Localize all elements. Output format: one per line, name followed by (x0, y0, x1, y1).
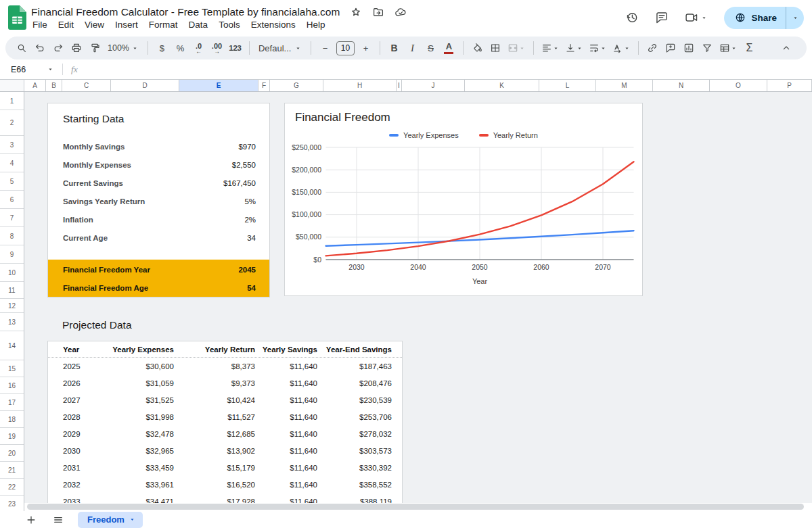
row-header-12[interactable]: 12 (0, 299, 24, 313)
create-filter-icon[interactable] (699, 39, 716, 57)
column-header-D[interactable]: D (111, 80, 179, 91)
table-tools-button[interactable] (717, 39, 740, 57)
all-sheets-menu-icon[interactable] (52, 514, 64, 526)
row-header-4[interactable]: 4 (0, 154, 24, 172)
starting-data-row[interactable]: Savings Yearly Return5% (48, 192, 269, 210)
share-button[interactable]: Share (724, 7, 804, 29)
row-header-2[interactable]: 2 (0, 110, 24, 136)
highlight-row[interactable]: Financial Freedom Year2045 (48, 260, 269, 279)
search-icon[interactable] (13, 39, 30, 57)
starting-data-row[interactable]: Monthly Savings$970 (48, 137, 269, 155)
column-header-P[interactable]: P (767, 80, 812, 91)
cloud-saved-status-icon[interactable] (394, 6, 407, 18)
name-box[interactable]: E66 (8, 64, 57, 76)
horizontal-scrollbar-thumb[interactable] (27, 504, 804, 510)
starting-data-panel[interactable]: Starting Data Monthly Savings$970Monthly… (47, 103, 270, 297)
join-call-button[interactable] (685, 11, 708, 24)
row-header-17[interactable]: 17 (0, 394, 24, 411)
increase-font-size-button[interactable]: + (357, 39, 374, 57)
row-header-1[interactable]: 1 (0, 92, 24, 110)
decrease-font-size-button[interactable]: − (317, 39, 334, 57)
column-header-M[interactable]: M (596, 80, 653, 91)
merge-cells-button[interactable] (505, 39, 528, 57)
paint-format-icon[interactable] (86, 39, 103, 57)
print-icon[interactable] (68, 39, 85, 57)
table-row[interactable]: 2033$34,471$17,928$11,640$388,119 (48, 493, 402, 503)
more-formats-button[interactable]: 123 (227, 39, 244, 57)
move-to-folder-icon[interactable] (372, 6, 384, 18)
undo-icon[interactable] (31, 39, 48, 57)
table-row[interactable]: 2032$33,961$16,520$11,640$358,552 (48, 476, 402, 493)
column-header-F[interactable]: F (258, 80, 270, 91)
row-header-11[interactable]: 11 (0, 282, 24, 299)
menu-tools[interactable]: Tools (213, 18, 246, 31)
strikethrough-button[interactable]: S (422, 39, 439, 57)
column-header-C[interactable]: C (62, 80, 111, 91)
row-header-14[interactable]: 14 (0, 331, 24, 360)
row-header-20[interactable]: 20 (0, 445, 24, 462)
text-wrapping-button[interactable] (587, 39, 609, 57)
row-header-5[interactable]: 5 (0, 172, 24, 191)
font-size-input[interactable]: 10 (336, 41, 355, 55)
row-header-16[interactable]: 16 (0, 377, 24, 394)
menu-help[interactable]: Help (301, 18, 331, 31)
menu-file[interactable]: File (27, 18, 53, 31)
column-header-N[interactable]: N (653, 80, 710, 91)
column-header-O[interactable]: O (710, 80, 767, 91)
borders-icon[interactable] (487, 39, 504, 57)
insert-comment-icon[interactable] (662, 39, 679, 57)
zoom-select[interactable]: 100% (104, 39, 142, 57)
redo-icon[interactable] (49, 39, 66, 57)
table-row[interactable]: 2025$30,600$8,373$11,640$187,463 (48, 358, 402, 375)
menu-insert[interactable]: Insert (110, 18, 143, 31)
column-header-L[interactable]: L (539, 80, 596, 91)
row-header-9[interactable]: 9 (0, 245, 24, 264)
row-header-10[interactable]: 10 (0, 264, 24, 282)
comments-icon[interactable] (655, 11, 669, 24)
format-currency-button[interactable]: $ (154, 39, 171, 57)
horizontal-align-button[interactable] (539, 39, 562, 57)
financial-freedom-chart[interactable]: Financial Freedom Yearly ExpensesYearly … (284, 103, 643, 296)
row-header-6[interactable]: 6 (0, 191, 24, 209)
row-header-7[interactable]: 7 (0, 209, 24, 227)
collapse-menus-icon[interactable] (777, 39, 794, 57)
row-header-21[interactable]: 21 (0, 462, 24, 479)
bold-button[interactable]: B (386, 39, 403, 57)
table-row[interactable]: 2028$31,998$11,527$11,640$253,706 (48, 408, 402, 425)
starting-data-title[interactable]: Starting Data (63, 113, 124, 125)
add-sheet-icon[interactable] (25, 514, 37, 526)
table-row[interactable]: 2029$32,478$12,685$11,640$278,032 (48, 425, 402, 442)
row-header-3[interactable]: 3 (0, 136, 24, 154)
share-dropdown-button[interactable] (786, 7, 804, 29)
column-header-K[interactable]: K (465, 80, 539, 91)
fill-color-icon[interactable] (469, 39, 486, 57)
column-header-J[interactable]: J (402, 80, 465, 91)
row-header-15[interactable]: 15 (0, 360, 24, 377)
menu-extensions[interactable]: Extensions (246, 18, 301, 31)
column-header-A[interactable]: A (24, 80, 46, 91)
sheet-tab-freedom[interactable]: Freedom (78, 512, 143, 528)
table-row[interactable]: 2027$31,525$10,424$11,640$230,539 (48, 391, 402, 408)
projected-data-title[interactable]: Projected Data (62, 319, 132, 331)
sheets-logo-icon[interactable] (8, 5, 26, 30)
highlight-row[interactable]: Financial Freedom Age54 (48, 279, 269, 297)
menu-edit[interactable]: Edit (53, 18, 79, 31)
row-header-23[interactable]: 23 (0, 496, 24, 511)
table-row[interactable]: 2030$32,965$13,902$11,640$303,573 (48, 442, 402, 459)
insert-link-icon[interactable] (644, 39, 661, 57)
column-header-B[interactable]: B (46, 80, 62, 91)
text-rotation-button[interactable] (610, 39, 633, 57)
text-color-button[interactable]: A (441, 39, 457, 57)
functions-button[interactable]: Σ (741, 39, 758, 57)
vertical-align-button[interactable] (563, 39, 585, 57)
menu-format[interactable]: Format (143, 18, 183, 31)
row-header-8[interactable]: 8 (0, 227, 24, 245)
increase-decimal-button[interactable]: .00 → (208, 39, 225, 57)
table-row[interactable]: 2031$33,459$15,179$11,640$330,392 (48, 459, 402, 476)
star-icon[interactable] (350, 6, 362, 18)
version-history-icon[interactable] (625, 11, 639, 24)
column-header-G[interactable]: G (270, 80, 323, 91)
row-header-13[interactable]: 13 (0, 313, 24, 331)
format-percent-button[interactable]: % (172, 39, 189, 57)
starting-data-row[interactable]: Inflation2% (48, 210, 269, 229)
